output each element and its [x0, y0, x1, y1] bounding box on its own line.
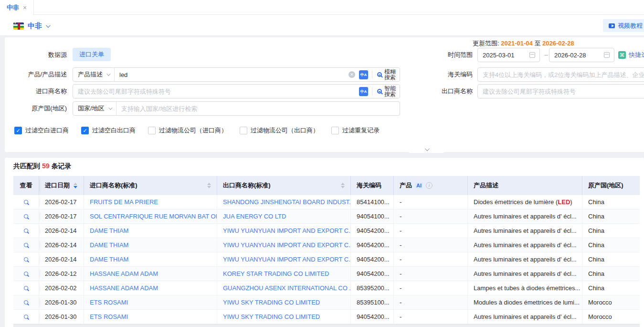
cell-import-date: 2026-02-02: [39, 281, 84, 295]
importer-link[interactable]: DAME THIAM: [84, 252, 217, 266]
sort-icon[interactable]: [341, 183, 345, 188]
cell-product: -: [394, 267, 468, 281]
datasource-import-declaration-button[interactable]: 进口关单: [73, 48, 111, 61]
origin-field-select[interactable]: 国家/地区: [73, 102, 116, 115]
checkbox-filter-blank-exporter[interactable]: ✓ 过滤空白出口商: [81, 126, 136, 135]
cell-import-date: 2026-02-17: [39, 209, 84, 223]
exporter-link[interactable]: YIWU YUANYUAN IMPORT AND EXPORT C...: [217, 252, 351, 266]
translate-icon[interactable]: 中A: [359, 87, 368, 96]
view-record-button[interactable]: [13, 252, 39, 266]
exporter-link[interactable]: YIWU SKY TRADING CO LIMITED: [217, 295, 351, 309]
header-exporter-name[interactable]: 出口商名称(标准): [217, 176, 351, 195]
view-record-button[interactable]: [13, 281, 39, 295]
exporter-link[interactable]: JUA ENERGY CO LTD: [217, 209, 351, 223]
datasource-label: 数据源: [5, 48, 67, 62]
origin-field-select-value: 国家/地区: [78, 104, 105, 113]
exporter-link[interactable]: SHANDONG JINSHENGTAI BOARD INDUST...: [217, 195, 351, 209]
quick-select-button[interactable]: ⌘ 快捷选择: [618, 48, 644, 62]
product-field-select[interactable]: 产品描述: [73, 68, 115, 81]
video-tutorial-button[interactable]: 视频教程: [603, 19, 644, 32]
fuzzy-search-label: 模糊 搜索: [384, 69, 396, 80]
checkbox-icon: ✓: [14, 127, 22, 134]
search-icon: [24, 257, 28, 262]
checkbox-label: 过滤空白进口商: [25, 126, 69, 135]
calendar-icon: [529, 52, 535, 58]
view-record-button[interactable]: [13, 224, 39, 238]
checkbox-label: 过滤空白出口商: [92, 126, 136, 135]
view-record-button[interactable]: [13, 310, 39, 324]
importer-input[interactable]: [73, 88, 359, 95]
checkbox-filter-duplicate-records[interactable]: ✓ 过滤重复记录: [331, 126, 380, 135]
time-range-label: 时间范围: [425, 48, 473, 62]
sort-icon[interactable]: [74, 183, 77, 188]
header-hs-code: 海关编码: [351, 176, 394, 195]
cell-hs-code: 85414100...: [351, 195, 394, 209]
cell-hs-code: 94054200...: [351, 267, 394, 281]
importer-link[interactable]: DAME THIAM: [84, 238, 217, 252]
exporter-link[interactable]: YIWU YUANYUAN IMPORT AND EXPORT C...: [217, 238, 351, 252]
checkbox-icon: ✓: [81, 127, 89, 134]
importer-link[interactable]: SOL CENTRAFRIQUE RUE MORVAN BAT OF...: [84, 209, 217, 223]
search-icon: [377, 89, 382, 94]
country-name: 中非: [28, 22, 42, 31]
collapse-filter-handle[interactable]: [400, 145, 453, 153]
view-record-button[interactable]: [13, 209, 39, 223]
view-record-button[interactable]: [13, 295, 39, 309]
hs-code-label: 海关编码: [425, 67, 473, 82]
origin-input[interactable]: [116, 105, 394, 112]
exporter-link[interactable]: YIWU SKY TRADING CO LIMITED: [217, 310, 351, 324]
view-record-button[interactable]: [13, 195, 39, 209]
view-record-button[interactable]: [13, 238, 39, 252]
checkbox-filter-blank-importer[interactable]: ✓ 过滤空白进口商: [14, 126, 69, 135]
importer-link[interactable]: DAME THIAM: [84, 224, 217, 238]
checkbox-filter-logistics-exporter[interactable]: ✓ 过滤物流公司（出口商）: [240, 126, 319, 135]
product-search-input[interactable]: [115, 71, 348, 78]
cell-product: -: [394, 224, 468, 238]
checkbox-filter-logistics-importer[interactable]: ✓ 过滤物流公司（进口商）: [148, 126, 227, 135]
cell-description: Autres luminaires et appareils d' écl...: [468, 252, 582, 266]
cell-product: -: [394, 310, 468, 324]
start-date-value[interactable]: [478, 52, 529, 59]
start-date-input[interactable]: [477, 48, 540, 62]
translate-icon[interactable]: 中A: [359, 70, 368, 79]
ai-badge: AI: [415, 182, 423, 189]
exporter-link[interactable]: GUANGZHOU ASENX INTERNATIONAL CO ...: [217, 281, 351, 295]
importer-link[interactable]: FRUITS DE MA PRIERE: [84, 195, 217, 209]
tab-label: 中非: [7, 3, 19, 12]
video-tutorial-label: 视频教程: [618, 22, 643, 30]
table-row: 2026-02-14 DAME THIAM YIWU YUANYUAN IMPO…: [13, 238, 640, 252]
importer-link[interactable]: HASSANE ADAM ADAM: [84, 267, 217, 281]
cell-product: -: [394, 195, 468, 209]
smart-search-button[interactable]: 智能 搜索: [372, 86, 400, 97]
end-date-value[interactable]: [549, 52, 604, 59]
exporter-link[interactable]: YIWU YUANYUAN IMPORT AND EXPORT C...: [217, 224, 351, 238]
close-icon[interactable]: ×: [23, 4, 27, 11]
origin-label: 原产国(地区): [5, 101, 67, 116]
update-range: 更新范围: 2021-01-04 至 2026-02-28: [473, 39, 574, 48]
exporter-input[interactable]: [478, 88, 644, 95]
table-row: 2026-02-17 FRUITS DE MA PRIERE SHANDONG …: [13, 195, 640, 209]
checkbox-label: 过滤物流公司（进口商）: [159, 126, 227, 135]
search-icon: [377, 72, 382, 77]
hs-code-input[interactable]: [478, 71, 644, 78]
end-date-input[interactable]: [549, 48, 614, 62]
exporter-link[interactable]: KOREY STAR TRADING CO LIMITED: [217, 267, 351, 281]
checkbox-label: 过滤物流公司（出口商）: [251, 126, 319, 135]
info-icon[interactable]: i: [426, 182, 433, 189]
importer-link[interactable]: HASSANE ADAM ADAM: [84, 281, 217, 295]
tab-central-africa[interactable]: 中非 ×: [0, 0, 34, 15]
header-view: 查看: [13, 176, 39, 195]
importer-link[interactable]: ETS ROSAMI: [84, 310, 217, 324]
chevron-down-icon: [424, 146, 429, 151]
cell-origin: China: [582, 238, 640, 252]
importer-link[interactable]: ETS ROSAMI: [84, 295, 217, 309]
header-importer-name[interactable]: 进口商名称(标准): [84, 176, 217, 195]
sort-icon[interactable]: [207, 183, 211, 188]
chevron-down-icon: [106, 72, 110, 76]
clear-icon[interactable]: ✕: [348, 71, 355, 78]
view-record-button[interactable]: [13, 267, 39, 281]
cell-origin: Morocco: [582, 295, 640, 309]
country-selector[interactable]: ★ 中非: [13, 22, 49, 31]
fuzzy-search-button[interactable]: 模糊 搜索: [372, 69, 400, 80]
header-import-date[interactable]: 进口日期: [39, 176, 84, 195]
